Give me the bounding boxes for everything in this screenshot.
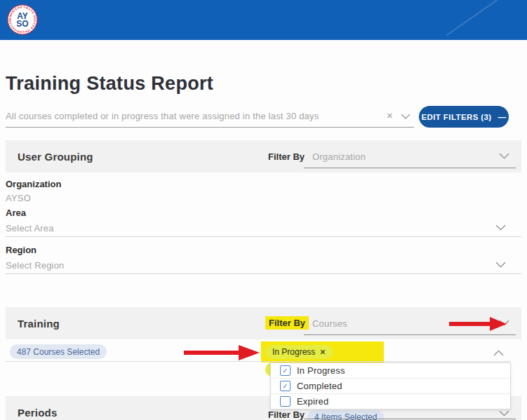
periods-filter-chevron-down-icon[interactable] bbox=[499, 410, 509, 416]
status-chips-highlight: In Progress ✕ Completed ✕ bbox=[261, 341, 384, 363]
periods-filter-underline bbox=[304, 419, 516, 419]
checkbox-in-progress[interactable] bbox=[280, 365, 291, 376]
summary-underline bbox=[6, 127, 414, 128]
app-header: AMERICAN YOUTH SOCCER ORGANIZATION · FOU… bbox=[0, 0, 527, 40]
periods-title: Periods bbox=[18, 407, 57, 419]
edit-filters-label: EDIT FILTERS (3) bbox=[421, 113, 491, 121]
option-label: Completed bbox=[297, 381, 342, 391]
region-underline bbox=[6, 273, 521, 274]
user-grouping-title: User Grouping bbox=[18, 151, 93, 163]
region-chevron-down-icon[interactable] bbox=[495, 262, 506, 268]
dropdown-option-in-progress[interactable]: In Progress bbox=[271, 363, 510, 379]
filter-select-underline bbox=[304, 168, 516, 168]
checkbox-completed[interactable] bbox=[280, 381, 291, 391]
periods-filter-by-label: Filter By bbox=[268, 409, 305, 420]
page-title: Training Status Report bbox=[6, 73, 213, 95]
user-grouping-filter-select[interactable]: Organization bbox=[312, 151, 366, 162]
checkbox-expired[interactable] bbox=[280, 396, 291, 407]
collapse-minus-icon: — bbox=[498, 113, 507, 121]
option-label: Expired bbox=[297, 396, 328, 407]
annotation-arrow-right-2 bbox=[184, 344, 261, 362]
clear-filter-icon[interactable]: × bbox=[387, 109, 393, 121]
training-section-bar: Training Filter By Courses bbox=[6, 307, 521, 339]
saved-filter-summary[interactable]: All courses completed or in progress tha… bbox=[6, 111, 319, 121]
dropdown-option-expired[interactable]: Expired bbox=[271, 394, 510, 409]
area-underline bbox=[6, 236, 521, 237]
edit-filters-button[interactable]: EDIT FILTERS (3) — bbox=[419, 106, 509, 128]
user-grouping-section-bar: User Grouping Filter By Organization bbox=[6, 140, 521, 172]
training-filter-underline bbox=[304, 334, 516, 335]
region-select[interactable]: Select Region bbox=[6, 260, 65, 271]
training-filter-by-label-highlighted: Filter By bbox=[265, 316, 309, 330]
organization-value: AYSO bbox=[6, 193, 31, 203]
training-status-report-page: AMERICAN YOUTH SOCCER ORGANIZATION · FOU… bbox=[0, 0, 527, 420]
dropdown-option-completed[interactable]: Completed bbox=[271, 379, 510, 394]
area-label: Area bbox=[6, 208, 26, 218]
training-title: Training bbox=[18, 318, 60, 330]
svg-text:SO: SO bbox=[16, 19, 28, 29]
area-select[interactable]: Select Area bbox=[6, 223, 54, 233]
courses-selected-count-chip: 487 Courses Selected bbox=[10, 344, 107, 359]
training-filter-select[interactable]: Courses bbox=[312, 318, 347, 329]
region-label: Region bbox=[6, 245, 36, 255]
user-grouping-filter-chevron-down-icon[interactable] bbox=[499, 153, 509, 159]
chip-close-icon[interactable]: ✕ bbox=[319, 348, 326, 357]
status-dropdown-chevron-up-icon[interactable] bbox=[493, 350, 504, 356]
status-select-underline bbox=[6, 361, 510, 362]
summary-chevron-down-icon[interactable] bbox=[401, 114, 411, 119]
user-grouping-filter-by-label: Filter By bbox=[268, 151, 305, 162]
chip-label: In Progress bbox=[272, 347, 315, 357]
area-chevron-down-icon[interactable] bbox=[495, 224, 506, 231]
header-decoration bbox=[446, 0, 502, 36]
option-label: In Progress bbox=[297, 365, 345, 376]
status-dropdown-menu: In Progress Completed Expired bbox=[270, 363, 511, 409]
status-chip-in-progress[interactable]: In Progress ✕ bbox=[265, 345, 333, 359]
annotation-arrow-right bbox=[449, 316, 508, 332]
organization-label: Organization bbox=[6, 179, 61, 189]
ayso-logo-icon: AMERICAN YOUTH SOCCER ORGANIZATION · FOU… bbox=[7, 4, 38, 35]
